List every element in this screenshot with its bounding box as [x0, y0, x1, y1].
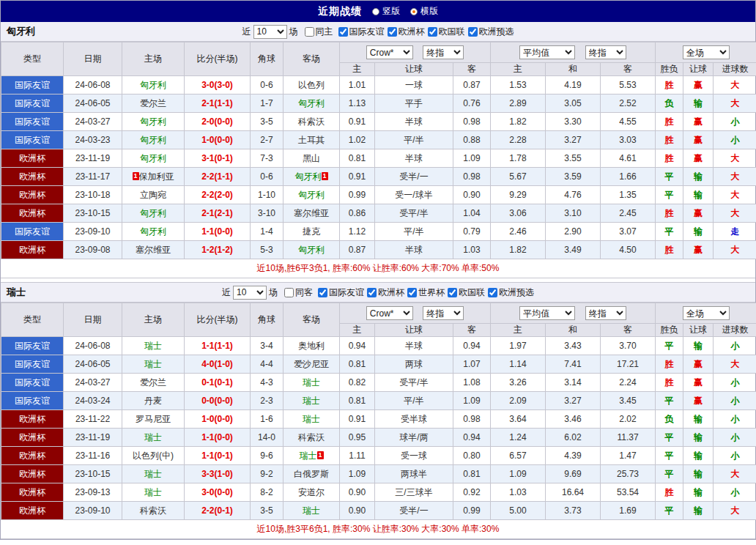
date-cell: 24-03-27	[64, 374, 122, 392]
home-team-cell: 爱尔兰	[122, 374, 185, 392]
date-cell: 23-10-18	[64, 186, 122, 204]
avg-home-cell: 3.06	[491, 204, 546, 223]
away-team-cell: 瑞士1	[284, 447, 340, 465]
layout-option-horizontal[interactable]: 横版	[410, 5, 438, 18]
date-cell: 24-06-08	[64, 76, 122, 94]
away-team-name: 匈牙利	[298, 245, 325, 255]
goals-result-cell: 小	[714, 113, 756, 131]
avg-time-select[interactable]: 终指	[585, 45, 626, 59]
away-team-cell: 瑞士	[284, 392, 340, 410]
avg-home-cell: 1.97	[491, 337, 546, 355]
match-row: 国际友谊 24-06-08 匈牙利 3-0(3-0) 0-6 以色列 1.01 …	[1, 76, 756, 94]
corner-cell: 3-5	[251, 113, 284, 131]
league-cell: 国际友谊	[1, 131, 64, 149]
match-count-select[interactable]: 10	[253, 25, 287, 39]
odds-source-select[interactable]: Crow*	[366, 306, 413, 320]
away-team-name: 匈牙利	[295, 171, 322, 182]
away-team-cell: 安道尔	[284, 483, 340, 502]
avg-away-cell: 4.61	[601, 149, 656, 168]
away-team-cell: 瑞士	[284, 410, 340, 429]
league-filter-checkbox[interactable]	[318, 288, 327, 297]
same-venue-checkbox[interactable]	[305, 27, 314, 37]
away-odds-cell: 0.98	[453, 410, 491, 429]
league-cell: 欧洲杯	[1, 204, 64, 223]
avg-home-cell: 1.78	[491, 149, 546, 168]
league-filter-option[interactable]: 欧国联	[445, 286, 485, 299]
goals-result-cell: 小	[714, 483, 756, 502]
corner-cell: 9-6	[251, 447, 284, 465]
home-team-cell: 罗马尼亚	[122, 410, 185, 429]
corner-cell: 2-7	[251, 131, 284, 149]
avg-source-select[interactable]: 平均值	[519, 45, 575, 59]
odds-source-select[interactable]: Crow*	[366, 45, 413, 59]
col-header-avg-away: 客	[601, 324, 656, 337]
score-cell: 2-2(0-1)	[185, 502, 251, 520]
match-row: 国际友谊 24-03-27 匈牙利 2-0(0-0) 3-5 科索沃 0.91 …	[1, 113, 756, 131]
handicap-cell: 球半/两	[375, 429, 453, 447]
avg-away-cell: 5.53	[601, 76, 656, 94]
date-cell: 23-11-19	[64, 149, 122, 168]
home-team-cell: 瑞士	[122, 337, 185, 355]
handicap-cell: 半球	[375, 337, 453, 355]
col-header-type: 类型	[1, 42, 64, 76]
avg-time-select[interactable]: 终指	[585, 306, 626, 320]
home-team-name: 匈牙利	[140, 153, 166, 163]
avg-home-cell: 6.57	[491, 447, 546, 465]
league-filters: 国际友谊欧洲杯欧国联欧洲预选	[336, 26, 514, 38]
col-header-result: 胜负	[656, 324, 683, 337]
date-cell: 24-03-23	[64, 131, 122, 149]
league-filter-checkbox[interactable]	[388, 27, 397, 37]
same-venue-option[interactable]: 同客	[280, 286, 313, 299]
corner-cell: 7-3	[251, 149, 284, 168]
scope-select[interactable]: 全场	[683, 45, 730, 59]
avg-away-cell: 17.21	[601, 355, 656, 374]
score-cell: 1-0(0-0)	[185, 131, 251, 149]
col-header-avg-draw: 和	[546, 63, 601, 76]
league-filter-option[interactable]: 欧洲杯	[385, 26, 425, 38]
league-filter-checkbox[interactable]	[468, 27, 478, 37]
home-team-cell: 科索沃	[122, 502, 185, 520]
match-count-select[interactable]: 10	[233, 286, 267, 300]
league-filter-checkbox[interactable]	[367, 288, 377, 297]
league-filter-option[interactable]: 国际友谊	[315, 286, 364, 299]
league-filter-option[interactable]: 欧洲预选	[465, 26, 514, 38]
league-filter-checkbox[interactable]	[338, 27, 348, 37]
result-group-header: 全场	[656, 303, 756, 324]
league-filter-option[interactable]: 欧国联	[425, 26, 465, 38]
avg-away-cell: 25.73	[601, 465, 656, 483]
avg-source-select[interactable]: 平均值	[519, 306, 575, 320]
away-team-name: 科索沃	[298, 432, 325, 442]
same-venue-checkbox[interactable]	[284, 288, 294, 297]
scope-select[interactable]: 全场	[683, 306, 730, 320]
league-filter-checkbox[interactable]	[448, 288, 457, 297]
score-cell: 0-0(0-0)	[185, 392, 251, 410]
title-bar: 近期战绩 竖版 横版	[1, 1, 755, 22]
odds-time-select[interactable]: 终指	[423, 45, 464, 59]
same-venue-option[interactable]: 同主	[300, 26, 333, 38]
away-odds-cell: 1.09	[453, 392, 491, 410]
league-filter-checkbox[interactable]	[407, 288, 417, 297]
goals-result-cell: 小	[714, 374, 756, 392]
avg-draw-cell: 16.64	[546, 483, 601, 502]
league-filter-option[interactable]: 欧洲预选	[485, 286, 534, 299]
away-team-cell: 白俄罗斯	[284, 465, 340, 483]
score-cell: 1-2(1-2)	[185, 241, 251, 259]
odds-time-select[interactable]: 终指	[423, 306, 464, 320]
home-odds-cell: 1.12	[340, 223, 375, 241]
avg-draw-cell: 3.59	[546, 168, 601, 186]
avg-home-cell: 1.09	[491, 465, 546, 483]
goals-result-cell: 大	[714, 502, 756, 520]
league-filter-checkbox[interactable]	[428, 27, 437, 37]
avg-draw-cell: 4.19	[546, 76, 601, 94]
league-filter-option[interactable]: 世界杯	[404, 286, 445, 299]
layout-option-vertical[interactable]: 竖版	[372, 5, 400, 18]
result-cell: 平	[656, 186, 683, 204]
league-filter-checkbox[interactable]	[488, 288, 497, 297]
league-filter-option[interactable]: 国际友谊	[336, 26, 385, 38]
league-filter-option[interactable]: 欧洲杯	[364, 286, 404, 299]
home-odds-cell: 0.87	[340, 241, 375, 259]
home-team-cell: 瑞士	[122, 465, 185, 483]
away-odds-cell: 0.98	[453, 168, 491, 186]
score-cell: 2-1(1-1)	[185, 94, 251, 113]
match-row: 国际友谊 24-03-24 丹麦 0-0(0-0) 2-3 瑞士 0.81 平/…	[1, 392, 756, 410]
